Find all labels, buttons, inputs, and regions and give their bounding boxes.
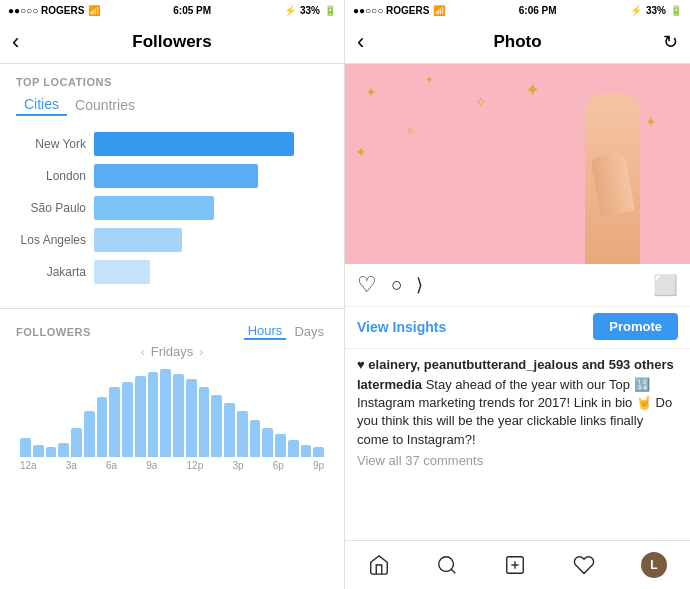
likes-line: ♥ elainery, peanutbutterand_jealous and …: [357, 357, 678, 372]
prev-day-icon[interactable]: ‹: [141, 345, 145, 359]
bookmark-button[interactable]: ⬜: [653, 273, 678, 297]
star-decoration: ✦: [525, 79, 540, 101]
star-decoration: ✧: [405, 124, 415, 138]
photo-image: ✦ ✦ ✧ ✦ ✦ ✧ ✦ ✦ ✦: [345, 64, 690, 264]
x-axis-label: 12p: [187, 460, 204, 471]
search-button[interactable]: [436, 554, 458, 576]
star-decoration: ✦: [645, 114, 657, 130]
x-axis-label: 3p: [232, 460, 243, 471]
comment-button[interactable]: ○: [391, 274, 402, 296]
insights-row: View Insights Promote: [345, 307, 690, 349]
left-time: 6:05 PM: [173, 5, 211, 16]
histogram-bar: [237, 411, 248, 457]
x-axis-label: 3a: [66, 460, 77, 471]
carrier-text: ●●○○○ ROGERS: [8, 5, 84, 16]
tab-cities[interactable]: Cities: [16, 94, 67, 116]
location-tabs: Cities Countries: [0, 94, 344, 124]
wifi-icon: 📶: [88, 5, 100, 16]
histogram-bar: [109, 387, 120, 457]
right-battery-text: 33%: [646, 5, 666, 16]
svg-line-1: [452, 569, 456, 573]
left-back-button[interactable]: ‹: [12, 29, 19, 55]
histogram-bar: [122, 382, 133, 457]
x-axis-label: 6p: [273, 460, 284, 471]
bar-chart-row: New York: [16, 132, 328, 156]
histogram-bar: [135, 376, 146, 457]
right-back-button[interactable]: ‹: [357, 29, 364, 55]
tab-countries[interactable]: Countries: [67, 94, 143, 116]
caption-text: latermedia Stay ahead of the year with o…: [357, 376, 678, 449]
histogram-bar: [84, 411, 95, 457]
right-nav-header: ‹ Photo ↻: [345, 20, 690, 64]
share-button[interactable]: ⟩: [416, 274, 423, 296]
right-carrier-text: ●●○○○ ROGERS: [353, 5, 429, 16]
heart-button[interactable]: [573, 554, 595, 576]
star-decoration: ✦: [425, 74, 433, 85]
histogram-bar: [262, 428, 273, 457]
star-decoration: ✦: [365, 84, 377, 100]
bar-label: London: [16, 169, 86, 183]
battery-icon: 🔋: [324, 5, 336, 16]
left-right-status: ⚡ 33% 🔋: [284, 5, 336, 16]
divider: [0, 308, 344, 309]
promote-button[interactable]: Promote: [593, 313, 678, 340]
actions-left: ♡ ○ ⟩: [357, 272, 423, 298]
right-nav-title: Photo: [493, 32, 541, 52]
left-carrier: ●●○○○ ROGERS 📶: [8, 5, 100, 16]
bar-label: New York: [16, 137, 86, 151]
histogram-bar: [186, 379, 197, 457]
bar-fill: [94, 164, 258, 188]
bar-chart-row: London: [16, 164, 328, 188]
view-insights-button[interactable]: View Insights: [357, 319, 446, 335]
left-nav-header: ‹ Followers: [0, 20, 344, 64]
x-axis-label: 9p: [313, 460, 324, 471]
bar-fill: [94, 260, 150, 284]
histogram-bar: [275, 434, 286, 457]
like-button[interactable]: ♡: [357, 272, 377, 298]
histogram-bar: [46, 447, 57, 457]
followers-label: FOLLOWERS: [16, 326, 91, 338]
followers-section: FOLLOWERS Hours Days ‹ Fridays › 12a3a6a…: [0, 313, 344, 477]
histogram: [16, 367, 328, 457]
top-locations-label: TOP LOCATIONS: [0, 64, 344, 94]
battery-text: 33%: [300, 5, 320, 16]
histogram-bar: [288, 440, 299, 457]
right-panel: ●●○○○ ROGERS 📶 6:06 PM ⚡ 33% 🔋 ‹ Photo ↻…: [345, 0, 690, 589]
right-battery-icon: 🔋: [670, 5, 682, 16]
star-decoration: ✧: [475, 94, 487, 110]
actions-row: ♡ ○ ⟩ ⬜: [345, 264, 690, 307]
bar-chart-row: Jakarta: [16, 260, 328, 284]
refresh-icon[interactable]: ↻: [663, 31, 678, 53]
followers-header: FOLLOWERS Hours Days: [16, 323, 328, 340]
profile-avatar[interactable]: L: [641, 552, 667, 578]
histogram-bar: [148, 372, 159, 457]
right-time: 6:06 PM: [519, 5, 557, 16]
left-nav-title: Followers: [132, 32, 211, 52]
histogram-bar: [97, 397, 108, 457]
histogram-bar: [211, 395, 222, 457]
next-day-icon[interactable]: ›: [199, 345, 203, 359]
bluetooth-icon: ⚡: [284, 5, 296, 16]
bar-chart-row: Los Angeles: [16, 228, 328, 252]
svg-point-0: [439, 557, 454, 572]
right-wifi-icon: 📶: [433, 5, 445, 16]
histogram-bar: [313, 447, 324, 457]
home-button[interactable]: [368, 554, 390, 576]
histogram-bar: [33, 445, 44, 457]
bar-fill: [94, 132, 294, 156]
histogram-bar: [173, 374, 184, 457]
bar-chart: New YorkLondonSão PauloLos AngelesJakart…: [0, 124, 344, 304]
add-button[interactable]: [504, 554, 526, 576]
view-comments[interactable]: View all 37 comments: [357, 453, 678, 468]
bar-label: Los Angeles: [16, 233, 86, 247]
bar-label: Jakarta: [16, 265, 86, 279]
time-tabs: Hours Days: [244, 323, 328, 340]
caption-username: latermedia: [357, 377, 422, 392]
bar-chart-row: São Paulo: [16, 196, 328, 220]
star-decoration: ✦: [355, 144, 367, 160]
histogram-bar: [160, 369, 171, 457]
tab-hours[interactable]: Hours: [244, 323, 287, 340]
x-axis-label: 9a: [146, 460, 157, 471]
tab-days[interactable]: Days: [290, 323, 328, 340]
bar-label: São Paulo: [16, 201, 86, 215]
